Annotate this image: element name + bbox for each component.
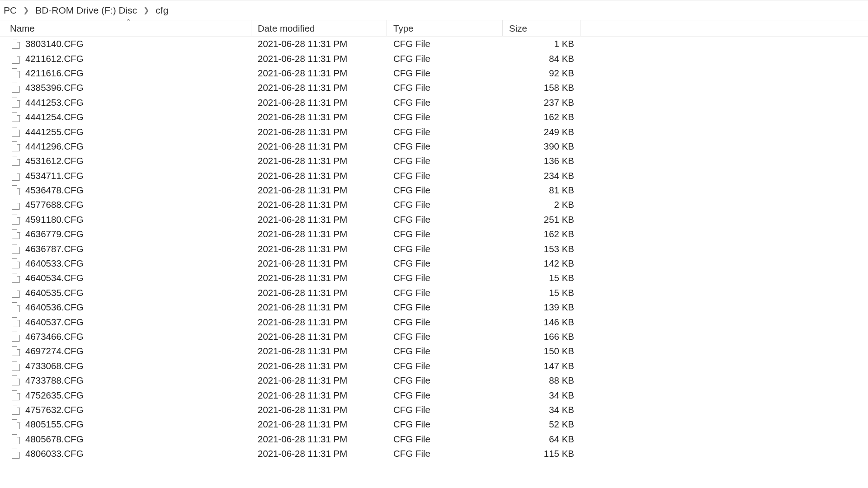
file-size: 88 KB	[503, 375, 580, 386]
file-icon	[12, 405, 20, 415]
file-row[interactable]: 4441253.CFG2021-06-28 11:31 PMCFG File23…	[0, 95, 868, 110]
file-row[interactable]: 4531612.CFG2021-06-28 11:31 PMCFG File13…	[0, 154, 868, 168]
file-row[interactable]: 4640534.CFG2021-06-28 11:31 PMCFG File15…	[0, 271, 868, 285]
file-row[interactable]: 4636787.CFG2021-06-28 11:31 PMCFG File15…	[0, 241, 868, 256]
file-row[interactable]: 4591180.CFG2021-06-28 11:31 PMCFG File25…	[0, 212, 868, 227]
file-row[interactable]: 4757632.CFG2021-06-28 11:31 PMCFG File34…	[0, 403, 868, 417]
column-label: Size	[509, 23, 527, 34]
file-date: 2021-06-28 11:31 PM	[251, 155, 387, 166]
file-size: 390 KB	[503, 141, 580, 152]
file-row[interactable]: 3803140.CFG2021-06-28 11:31 PMCFG File1 …	[0, 37, 868, 51]
explorer-window: PC ❯ BD-ROM Drive (F:) Disc ❯ cfg ⌃ Name…	[0, 0, 868, 488]
file-type: CFG File	[387, 170, 503, 181]
file-row[interactable]: 4441254.CFG2021-06-28 11:31 PMCFG File16…	[0, 110, 868, 124]
file-row[interactable]: 4640533.CFG2021-06-28 11:31 PMCFG File14…	[0, 256, 868, 271]
file-type: CFG File	[387, 244, 503, 254]
file-row[interactable]: 4385396.CFG2021-06-28 11:31 PMCFG File15…	[0, 80, 868, 95]
file-row[interactable]: 4697274.CFG2021-06-28 11:31 PMCFG File15…	[0, 344, 868, 358]
file-icon	[12, 156, 20, 166]
file-row[interactable]: 4441296.CFG2021-06-28 11:31 PMCFG File39…	[0, 139, 868, 154]
file-icon	[12, 112, 20, 122]
file-type: CFG File	[387, 82, 503, 93]
file-size: 166 KB	[503, 331, 580, 342]
file-size: 92 KB	[503, 68, 580, 79]
file-row[interactable]: 4640535.CFG2021-06-28 11:31 PMCFG File15…	[0, 286, 868, 300]
file-date: 2021-06-28 11:31 PM	[251, 419, 387, 430]
file-name: 4636779.CFG	[25, 229, 84, 239]
file-icon	[12, 215, 20, 225]
file-name: 4752635.CFG	[25, 390, 84, 401]
file-name: 4441296.CFG	[25, 141, 84, 152]
file-type: CFG File	[387, 97, 503, 108]
file-row[interactable]: 4211612.CFG2021-06-28 11:31 PMCFG File84…	[0, 51, 868, 66]
column-header-size[interactable]: Size	[503, 20, 580, 36]
file-row[interactable]: 4640537.CFG2021-06-28 11:31 PMCFG File14…	[0, 314, 868, 329]
breadcrumb-item-drive[interactable]: BD-ROM Drive (F:) Disc	[33, 5, 140, 16]
file-size: 142 KB	[503, 258, 580, 269]
file-name: 4531612.CFG	[25, 155, 84, 166]
file-name: 4211616.CFG	[25, 68, 84, 79]
file-row[interactable]: 4577688.CFG2021-06-28 11:31 PMCFG File2 …	[0, 197, 868, 212]
file-row[interactable]: 4752635.CFG2021-06-28 11:31 PMCFG File34…	[0, 388, 868, 402]
file-name: 4640534.CFG	[25, 272, 84, 283]
file-row[interactable]: 4640536.CFG2021-06-28 11:31 PMCFG File13…	[0, 300, 868, 314]
file-type: CFG File	[387, 185, 503, 196]
file-size: 249 KB	[503, 127, 580, 137]
file-type: CFG File	[387, 214, 503, 225]
column-header-date[interactable]: Date modified	[251, 20, 387, 36]
file-size: 147 KB	[503, 361, 580, 371]
file-type: CFG File	[387, 38, 503, 49]
file-list: 3803140.CFG2021-06-28 11:31 PMCFG File1 …	[0, 37, 868, 461]
file-row[interactable]: 4806033.CFG2021-06-28 11:31 PMCFG File11…	[0, 446, 868, 461]
file-icon	[12, 390, 20, 400]
file-date: 2021-06-28 11:31 PM	[251, 331, 387, 342]
file-name: 4441253.CFG	[25, 97, 84, 108]
file-icon	[12, 127, 20, 137]
file-row[interactable]: 4536478.CFG2021-06-28 11:31 PMCFG File81…	[0, 183, 868, 197]
file-name: 4640533.CFG	[25, 258, 84, 269]
file-type: CFG File	[387, 375, 503, 386]
column-label: Type	[393, 23, 413, 34]
file-row[interactable]: 4441255.CFG2021-06-28 11:31 PMCFG File24…	[0, 124, 868, 139]
file-row[interactable]: 4805155.CFG2021-06-28 11:31 PMCFG File52…	[0, 417, 868, 432]
breadcrumb-item-pc[interactable]: PC	[1, 5, 19, 16]
file-size: 251 KB	[503, 214, 580, 225]
file-icon	[12, 273, 20, 283]
breadcrumb-item-folder[interactable]: cfg	[153, 5, 171, 16]
file-size: 153 KB	[503, 244, 580, 254]
file-row[interactable]: 4636779.CFG2021-06-28 11:31 PMCFG File16…	[0, 227, 868, 241]
file-size: 64 KB	[503, 434, 580, 445]
file-type: CFG File	[387, 155, 503, 166]
file-date: 2021-06-28 11:31 PM	[251, 199, 387, 210]
file-icon	[12, 200, 20, 210]
file-row[interactable]: 4733788.CFG2021-06-28 11:31 PMCFG File88…	[0, 373, 868, 388]
file-row[interactable]: 4805678.CFG2021-06-28 11:31 PMCFG File64…	[0, 432, 868, 446]
column-label: Name	[10, 23, 35, 34]
column-header-type[interactable]: Type	[387, 20, 503, 36]
file-row[interactable]: 4673466.CFG2021-06-28 11:31 PMCFG File16…	[0, 329, 868, 344]
file-size: 136 KB	[503, 155, 580, 166]
file-name: 4805678.CFG	[25, 434, 84, 445]
file-name: 4536478.CFG	[25, 185, 84, 196]
file-row[interactable]: 4211616.CFG2021-06-28 11:31 PMCFG File92…	[0, 66, 868, 80]
file-icon	[12, 288, 20, 298]
file-type: CFG File	[387, 404, 503, 415]
file-date: 2021-06-28 11:31 PM	[251, 302, 387, 313]
file-type: CFG File	[387, 141, 503, 152]
file-icon	[12, 361, 20, 371]
file-row[interactable]: 4733068.CFG2021-06-28 11:31 PMCFG File14…	[0, 359, 868, 373]
column-headers: ⌃ Name Date modified Type Size	[0, 20, 868, 37]
file-row[interactable]: 4534711.CFG2021-06-28 11:31 PMCFG File23…	[0, 169, 868, 183]
file-name: 4757632.CFG	[25, 404, 84, 415]
file-date: 2021-06-28 11:31 PM	[251, 244, 387, 254]
file-type: CFG File	[387, 272, 503, 283]
file-type: CFG File	[387, 287, 503, 298]
file-type: CFG File	[387, 258, 503, 269]
column-header-name[interactable]: Name	[0, 20, 251, 36]
file-type: CFG File	[387, 302, 503, 313]
chevron-right-icon: ❯	[19, 6, 33, 14]
file-icon	[12, 229, 20, 239]
file-type: CFG File	[387, 361, 503, 371]
file-icon	[12, 434, 20, 444]
file-date: 2021-06-28 11:31 PM	[251, 112, 387, 122]
